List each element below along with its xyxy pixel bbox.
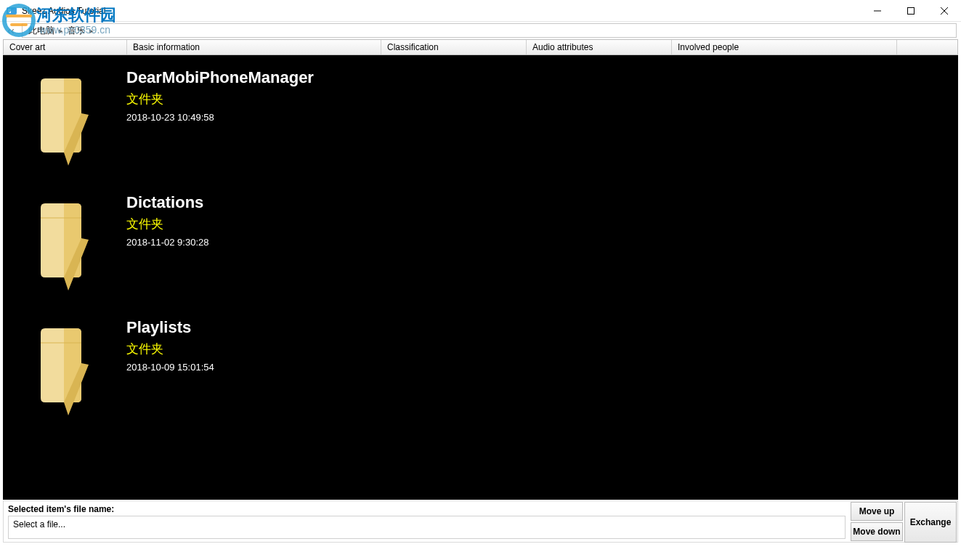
folder-icon: [25, 196, 105, 291]
titlebar: Skeez Audios Tutorial: [0, 0, 961, 22]
col-cover-art[interactable]: Cover art: [4, 40, 127, 54]
item-type: 文件夹: [126, 91, 314, 107]
col-filler: [897, 40, 957, 54]
breadcrumb-seg-2[interactable]: 音乐: [65, 25, 88, 37]
list-item[interactable]: Playlists 文件夹 2018-10-09 15:01:54: [3, 312, 958, 437]
item-type: 文件夹: [126, 341, 214, 357]
svg-rect-2: [8, 9, 11, 13]
col-basic-info[interactable]: Basic information: [127, 40, 381, 54]
col-classification[interactable]: Classification: [381, 40, 527, 54]
close-button[interactable]: [928, 0, 961, 22]
window-title: Skeez Audios Tutorial: [22, 6, 105, 16]
file-list[interactable]: DearMobiPhoneManager 文件夹 2018-10-23 10:4…: [3, 55, 958, 500]
item-title: DearMobiPhoneManager: [126, 68, 314, 86]
selected-file-label: Selected item's file name:: [8, 504, 846, 514]
item-title: Dictations: [126, 193, 208, 211]
breadcrumb[interactable]: 此电脑 ▸ 音乐 ▸: [22, 23, 957, 38]
breadcrumb-seg-1[interactable]: 此电脑: [25, 25, 57, 37]
move-up-button[interactable]: Move up: [851, 502, 903, 521]
chevron-right-icon: ▸: [88, 26, 95, 36]
svg-rect-4: [908, 7, 915, 14]
item-date: 2018-10-09 15:01:54: [126, 362, 214, 373]
footer-panel: Selected item's file name: Select a file…: [3, 500, 958, 543]
exchange-button[interactable]: Exchange: [904, 502, 957, 543]
list-item[interactable]: DearMobiPhoneManager 文件夹 2018-10-23 10:4…: [3, 62, 958, 187]
nav-back-icon[interactable]: ‹‹: [4, 24, 17, 37]
breadcrumb-bar: ‹‹ 此电脑 ▸ 音乐 ▸: [0, 22, 961, 39]
item-type: 文件夹: [126, 216, 208, 232]
item-date: 2018-11-02 9:30:28: [126, 237, 208, 248]
folder-icon: [25, 321, 105, 415]
col-audio-attrs[interactable]: Audio attributes: [527, 40, 672, 54]
maximize-button[interactable]: [894, 0, 928, 22]
column-headers: Cover art Basic information Classificati…: [3, 39, 958, 55]
list-item[interactable]: Dictations 文件夹 2018-11-02 9:30:28: [3, 187, 958, 312]
selected-file-value[interactable]: Select a file...: [8, 516, 846, 539]
item-date: 2018-10-23 10:49:58: [126, 112, 314, 123]
chevron-right-icon: ▸: [57, 26, 65, 36]
folder-icon: [25, 71, 105, 166]
item-title: Playlists: [126, 318, 214, 336]
minimize-button[interactable]: [861, 0, 894, 22]
col-people[interactable]: Involved people: [672, 40, 897, 54]
app-icon: [6, 5, 17, 17]
move-down-button[interactable]: Move down: [851, 522, 903, 541]
